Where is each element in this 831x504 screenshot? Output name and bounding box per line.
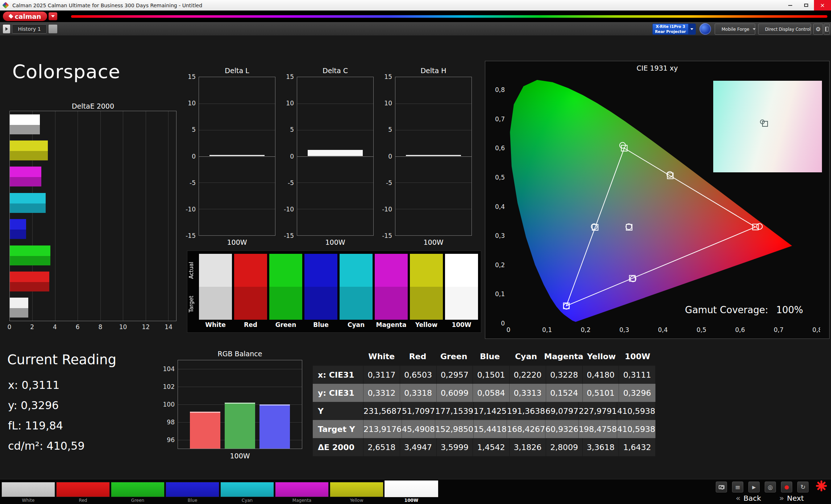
history-expand-button[interactable]: [3, 25, 10, 33]
cell: 2,6518: [363, 438, 400, 456]
plot-area: [178, 360, 302, 449]
meter-dropdown[interactable]: [688, 24, 695, 34]
refresh-button[interactable]: [797, 482, 809, 492]
bar-row: [10, 216, 176, 242]
reading-y: y: 0,3296: [8, 399, 59, 412]
cell: 168,4267: [507, 420, 545, 438]
pattern-button-cyan[interactable]: Cyan: [220, 482, 274, 503]
deltae-bar-green: [10, 245, 50, 265]
pattern-button-100w[interactable]: 100W: [385, 480, 438, 503]
pattern-label: Red: [56, 497, 110, 503]
reading-cdm2: cd/m²: 410,59: [8, 440, 85, 452]
chevron-down-icon: [753, 28, 756, 30]
gridline: [199, 209, 275, 209]
pattern-active-icon: [815, 479, 828, 492]
delta-l-chart: Delta L 151050-5-10-15 100W: [199, 67, 275, 75]
chart-title: Delta L: [199, 67, 275, 75]
minimize-button[interactable]: [782, 0, 798, 10]
cell: 0,2957: [437, 366, 473, 384]
axis-tick-label: 98: [167, 419, 175, 426]
table-row: Y231,568751,7097177,153917,1425191,36386…: [313, 402, 656, 420]
bar-row: [10, 164, 176, 190]
cell: 0,0584: [473, 384, 510, 402]
y-axis: 1041021009896: [159, 360, 175, 449]
calman-logo[interactable]: calman: [3, 12, 47, 21]
brand-bar: calman: [0, 10, 831, 22]
read-single-button[interactable]: [765, 482, 776, 492]
cell: 60,9326: [545, 420, 579, 438]
cell: 0,3312: [363, 384, 400, 402]
axis-tick-label: -5: [386, 179, 392, 186]
row-label: Target Y: [313, 420, 363, 438]
next-label: Next: [787, 494, 804, 503]
swatch-column-yellow: Yellow: [410, 254, 443, 329]
svg-text:0,6: 0,6: [495, 144, 505, 152]
cell: 0,3313: [510, 384, 546, 402]
next-button[interactable]: Next: [779, 494, 804, 503]
axis-tick-label: 10: [384, 100, 392, 107]
panel-toggle-button[interactable]: [824, 24, 830, 35]
deltae-chart: [9, 111, 176, 321]
swatch-column-red: Red: [234, 254, 267, 329]
table-row: y: CIE310,33120,33180,60990,05840,33130,…: [313, 384, 656, 402]
pattern-button-white[interactable]: White: [1, 482, 55, 503]
rgb-bar-red: [190, 412, 220, 449]
column-header: Magenta: [544, 347, 583, 366]
camera-button[interactable]: [716, 482, 727, 492]
transport-controls: [716, 482, 809, 492]
display-control-button[interactable]: Direct Display Control: [758, 24, 811, 35]
column-header: Blue: [472, 347, 508, 366]
actual-swatch: [375, 254, 408, 287]
history-tab[interactable]: History 1: [12, 24, 47, 34]
gridline: [199, 182, 275, 183]
notes-button[interactable]: [732, 482, 743, 492]
axis-tick-label: -15: [186, 232, 196, 239]
axis-tick-label: 6: [76, 323, 80, 331]
swatch-label: Blue: [304, 320, 337, 329]
axis-tick-label: 0: [290, 153, 294, 160]
actual-swatch: [234, 254, 267, 287]
target-swatch: [445, 287, 478, 320]
target-swatch: [340, 287, 373, 320]
chevron-right-icon: [5, 27, 8, 31]
read-continuous-button[interactable]: [748, 482, 760, 492]
swatch-label: Red: [234, 320, 267, 329]
bar-row: [10, 190, 176, 216]
back-button[interactable]: Back: [736, 494, 761, 503]
delta-h-chart: Delta H 151050-5-10-15 100W: [395, 67, 472, 75]
pattern-button-red[interactable]: Red: [56, 482, 110, 503]
pattern-button-green[interactable]: Green: [111, 482, 165, 503]
settings-button[interactable]: [813, 24, 823, 35]
pattern-button-magenta[interactable]: Magenta: [275, 482, 329, 503]
close-button[interactable]: [814, 0, 831, 10]
source-button[interactable]: Mobile Forge: [715, 24, 755, 35]
history-extra-button[interactable]: [49, 25, 57, 33]
pattern-button-blue[interactable]: Blue: [166, 482, 219, 503]
record-button[interactable]: [781, 482, 792, 492]
target-row-label: Target: [188, 287, 198, 321]
svg-text:0,8: 0,8: [812, 326, 820, 333]
maximize-button[interactable]: [798, 0, 814, 10]
pattern-swatch: [111, 482, 165, 497]
chart-title: Delta H: [395, 67, 472, 75]
main-menu-button[interactable]: [49, 12, 57, 20]
pattern-swatch: [275, 482, 329, 497]
pattern-swatch: [1, 482, 55, 497]
y-axis: 151050-5-10-15: [179, 77, 196, 236]
bar-row: [10, 295, 176, 321]
column-header: Red: [400, 347, 436, 366]
meter-button[interactable]: X-Rite i1Pro 3 Rear Projector: [652, 24, 696, 35]
cell: 0,3228: [546, 366, 583, 384]
cell: 198,4758: [579, 420, 617, 438]
cie-panel: CIE 1931 xy 0,80,70,60,50,40,30,20,1000,…: [485, 61, 830, 339]
actual-swatch: [199, 254, 232, 287]
chart-title: Delta C: [297, 67, 374, 75]
row-label: Y: [313, 402, 363, 420]
pattern-button-yellow[interactable]: Yellow: [330, 482, 383, 503]
display-label: Direct Display Control: [765, 27, 811, 32]
deltae-chart-title: DeltaE 2000: [9, 102, 176, 110]
actual-swatch: [340, 254, 373, 287]
svg-text:0,8: 0,8: [495, 86, 505, 93]
axis-tick-label: -10: [284, 206, 294, 213]
axis-tick-label: -15: [382, 232, 392, 239]
